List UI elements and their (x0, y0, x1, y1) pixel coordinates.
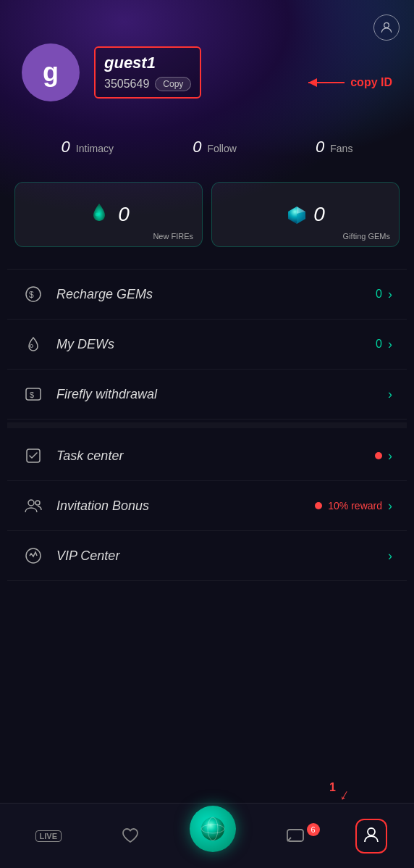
fires-value: 0 (118, 203, 130, 226)
gems-value: 0 (313, 203, 325, 226)
menu-item-task-center[interactable]: Task center › (7, 431, 407, 481)
profile-section: g guest1 3505649 Copy copy ID (0, 0, 414, 116)
recharge-gems-right: 0 › (376, 287, 392, 302)
globe-icon (198, 814, 227, 843)
firefly-withdrawal-icon: $ (22, 383, 45, 406)
nav-item-home[interactable] (191, 813, 235, 859)
firefly-withdrawal-label: Firefly withdrawal (56, 387, 388, 402)
svg-point-1 (96, 212, 99, 216)
stat-fans[interactable]: 0 Fans (316, 138, 352, 157)
my-dews-count: 0 (376, 338, 382, 351)
menu-item-vip-center[interactable]: VIP Center › (7, 531, 407, 581)
fires-card[interactable]: 0 New FIREs (14, 182, 203, 247)
invitation-bonus-dot (315, 502, 322, 509)
fires-label: New FIREs (153, 232, 193, 241)
task-center-dot (375, 452, 382, 459)
stat-intimacy[interactable]: 0 Intimacy (62, 138, 114, 157)
intimacy-value: 0 (62, 138, 70, 157)
avatar: g (22, 43, 80, 101)
menu-item-recharge-gems[interactable]: $ Recharge GEMs 0 › (7, 269, 407, 320)
vip-center-icon (22, 544, 45, 567)
gems-card[interactable]: 0 Gifting GEMs (211, 182, 400, 247)
svg-point-14 (201, 817, 224, 840)
fans-value: 0 (316, 138, 324, 157)
svg-point-12 (35, 501, 40, 505)
invitation-bonus-chevron: › (388, 498, 392, 514)
nav-item-messages[interactable]: 6 (274, 826, 317, 846)
firefly-withdrawal-chevron: › (388, 387, 392, 402)
vip-center-label: VIP Center (56, 548, 388, 564)
follow-label: Follow (207, 143, 236, 154)
invitation-bonus-reward: 10% reward (328, 500, 382, 512)
nav-item-live[interactable]: LIVE (27, 830, 70, 842)
messages-icon (285, 826, 305, 846)
copy-id-button[interactable]: Copy (155, 77, 191, 91)
copy-id-annotation: copy ID (308, 76, 392, 89)
messages-badge: 6 (307, 823, 320, 836)
recharge-gems-count: 0 (376, 288, 382, 301)
gems-label: Gifting GEMs (343, 232, 390, 241)
invitation-bonus-right: 10% reward › (315, 498, 392, 514)
gem-icon (286, 204, 306, 225)
stats-row: 0 Intimacy 0 Follow 0 Fans (0, 123, 414, 171)
svg-point-11 (28, 500, 34, 506)
my-dews-label: My DEWs (56, 337, 376, 352)
svg-text:$: $ (30, 391, 34, 399)
nav-item-profile[interactable] (355, 819, 387, 854)
home-globe-button[interactable] (190, 806, 236, 852)
intimacy-label: Intimacy (76, 143, 114, 154)
my-dews-icon (22, 333, 45, 356)
invitation-bonus-icon (22, 494, 45, 517)
svg-point-18 (368, 828, 375, 835)
menu-item-my-dews[interactable]: My DEWs 0 › (7, 320, 407, 370)
vip-center-right: › (388, 548, 392, 564)
firefly-withdrawal-right: › (388, 387, 392, 402)
recharge-gems-chevron: › (388, 287, 392, 302)
nav-item-favorites[interactable] (109, 826, 152, 846)
user-info: guest1 3505649 Copy (94, 46, 201, 99)
menu-item-invitation-bonus[interactable]: Invitation Bonus 10% reward › (7, 481, 407, 531)
user-id: 3505649 (104, 78, 149, 91)
menu-separator-1 (7, 422, 407, 428)
fans-label: Fans (330, 143, 352, 154)
fire-icon (88, 201, 111, 229)
bottom-nav: LIVE (0, 803, 414, 868)
copy-id-text: copy ID (350, 76, 392, 89)
recharge-gems-icon: $ (22, 283, 45, 306)
my-dews-right: 0 › (376, 337, 392, 352)
svg-point-7 (30, 345, 33, 348)
task-center-icon (22, 444, 45, 467)
annotation-number-1: 1 (329, 781, 336, 794)
svg-text:$: $ (29, 290, 34, 300)
cards-row: 0 New FIREs 0 (0, 175, 414, 254)
live-icon: LIVE (35, 830, 62, 842)
task-center-label: Task center (56, 448, 375, 464)
heart-icon (120, 826, 140, 846)
recharge-gems-label: Recharge GEMs (56, 287, 376, 302)
menu-item-firefly-withdrawal[interactable]: $ Firefly withdrawal › (7, 370, 407, 420)
annotation-arrow-1: ↓ (337, 785, 353, 805)
task-center-right: › (375, 448, 392, 464)
username-box: guest1 3505649 Copy (94, 46, 201, 99)
menu-section: $ Recharge GEMs 0 › My DEWs 0 › (0, 269, 414, 581)
annotation-arrow (308, 82, 345, 83)
task-center-chevron: › (388, 448, 392, 464)
vip-center-chevron: › (388, 548, 392, 564)
stat-follow[interactable]: 0 Follow (193, 138, 237, 157)
invitation-bonus-label: Invitation Bonus (56, 498, 315, 514)
profile-nav-icon (361, 825, 381, 845)
follow-value: 0 (193, 138, 201, 157)
username: guest1 (104, 54, 191, 72)
my-dews-chevron: › (388, 337, 392, 352)
